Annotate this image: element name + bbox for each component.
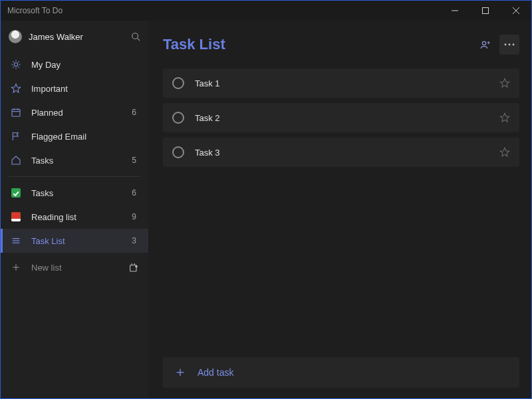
- sidebar-list-tasks[interactable]: Tasks 6: [1, 181, 148, 205]
- share-button[interactable]: [475, 35, 495, 55]
- profile-row[interactable]: James Walker: [1, 21, 148, 53]
- home-icon: [10, 155, 22, 166]
- sidebar-item-label: Tasks: [31, 188, 132, 198]
- svg-point-31: [482, 41, 485, 45]
- task-label: Task 2: [195, 113, 499, 123]
- add-task-row[interactable]: Add task: [163, 357, 519, 388]
- close-button[interactable]: [501, 1, 531, 21]
- task-list: Task 1 Task 2 Task 3: [163, 68, 519, 167]
- sidebar-item-label: Reading list: [31, 212, 132, 222]
- new-list-label: New list: [31, 263, 128, 273]
- svg-line-11: [13, 61, 13, 62]
- svg-line-5: [138, 39, 140, 41]
- sidebar-item-count: 6: [132, 108, 139, 117]
- svg-point-6: [14, 63, 17, 66]
- main-header: Task List: [163, 21, 519, 68]
- new-list-row[interactable]: New list: [1, 254, 148, 281]
- calendar-icon: [10, 107, 22, 118]
- sidebar-item-count: 3: [132, 236, 139, 245]
- sidebar-item-count: 9: [132, 212, 139, 221]
- sidebar-item-flagged[interactable]: Flagged Email: [1, 124, 148, 148]
- plus-icon: [10, 263, 22, 272]
- maximize-button[interactable]: [470, 1, 501, 21]
- svg-point-35: [509, 44, 511, 46]
- new-group-icon[interactable]: [128, 262, 139, 273]
- svg-marker-37: [500, 78, 509, 87]
- task-checkbox[interactable]: [172, 112, 184, 124]
- sidebar-divider: [9, 176, 140, 177]
- svg-marker-39: [500, 148, 509, 156]
- star-icon[interactable]: [499, 78, 510, 88]
- sidebar-item-label: Important: [31, 84, 139, 94]
- svg-line-14: [18, 61, 19, 62]
- svg-point-36: [513, 44, 515, 46]
- task-row[interactable]: Task 1: [163, 68, 519, 98]
- minimize-button[interactable]: [440, 1, 470, 21]
- window-title: Microsoft To Do: [7, 6, 440, 15]
- task-row[interactable]: Task 2: [163, 103, 519, 132]
- flag-icon: [10, 131, 22, 142]
- star-icon: [10, 83, 22, 94]
- svg-point-34: [505, 44, 507, 46]
- sidebar-item-count: 6: [132, 188, 139, 198]
- sidebar-item-label: Task List: [31, 236, 132, 246]
- svg-point-4: [132, 33, 138, 39]
- list-title: Task List: [163, 36, 471, 53]
- titlebar: Microsoft To Do: [1, 1, 531, 21]
- svg-marker-15: [11, 84, 20, 92]
- add-task-label: Add task: [198, 367, 233, 378]
- svg-rect-1: [483, 8, 489, 14]
- list-color-icon: [10, 212, 22, 221]
- more-button[interactable]: [499, 35, 519, 55]
- svg-marker-38: [500, 113, 509, 122]
- star-icon[interactable]: [499, 147, 510, 158]
- plus-icon: [175, 367, 186, 378]
- sidebar-item-count: 5: [132, 156, 139, 165]
- sidebar-item-label: Flagged Email: [31, 132, 139, 142]
- avatar: [9, 30, 22, 43]
- sidebar: James Walker My Day Important: [1, 21, 148, 398]
- main-panel: Task List Task 1 Task 2: [148, 21, 531, 398]
- star-icon[interactable]: [499, 112, 510, 123]
- task-checkbox[interactable]: [172, 77, 184, 89]
- user-name: James Walker: [29, 32, 131, 42]
- search-icon[interactable]: [131, 32, 140, 41]
- sidebar-list-reading[interactable]: Reading list 9: [1, 205, 148, 229]
- list-color-icon: [10, 188, 22, 198]
- sidebar-item-label: My Day: [31, 60, 139, 70]
- task-row[interactable]: Task 3: [163, 138, 519, 167]
- sidebar-item-important[interactable]: Important: [1, 76, 148, 100]
- task-checkbox[interactable]: [172, 146, 184, 158]
- task-label: Task 1: [195, 78, 499, 88]
- svg-line-12: [18, 66, 19, 67]
- list-icon: [10, 235, 22, 246]
- svg-rect-16: [12, 109, 20, 116]
- sun-icon: [10, 59, 22, 70]
- svg-line-13: [13, 66, 13, 67]
- sidebar-list-task-list[interactable]: Task List 3: [1, 229, 148, 253]
- sidebar-item-my-day[interactable]: My Day: [1, 53, 148, 76]
- sidebar-item-planned[interactable]: Planned 6: [1, 100, 148, 124]
- sidebar-item-tasks[interactable]: Tasks 5: [1, 148, 148, 172]
- sidebar-item-label: Tasks: [31, 156, 132, 166]
- sidebar-item-label: Planned: [31, 108, 132, 118]
- task-label: Task 3: [195, 148, 499, 158]
